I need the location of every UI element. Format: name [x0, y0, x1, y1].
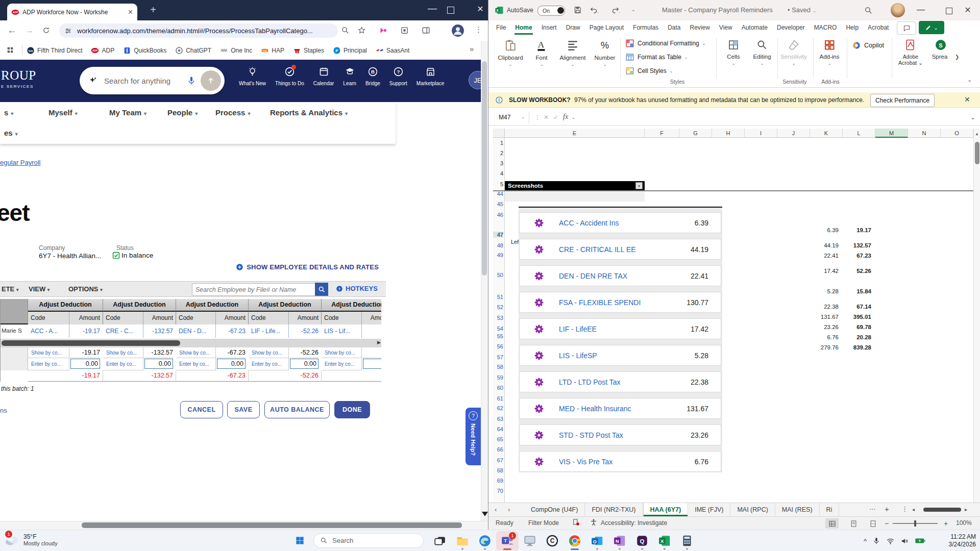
taskbar-app-citrix[interactable]: C	[541, 531, 564, 550]
employee-name-cell[interactable]: Marie S	[2, 328, 28, 334]
row-header-50[interactable]: 50	[493, 272, 503, 278]
ribbon-button-cell-styles[interactable]: Cell Styles⌄	[625, 66, 673, 76]
wifi-icon[interactable]	[886, 537, 895, 545]
row-header-67[interactable]: 67	[493, 457, 503, 463]
column-header-H[interactable]: H	[712, 129, 745, 138]
column-group-header[interactable]: Adjust Deduction	[28, 299, 103, 312]
column-header-L[interactable]: L	[843, 129, 875, 138]
excel-minimize-button[interactable]: —	[913, 5, 928, 14]
banner-close-icon[interactable]: ✕	[964, 95, 970, 104]
taskbar-app-onenote[interactable]: N	[608, 531, 631, 550]
adp-search-bar[interactable]: Search for anything	[80, 67, 225, 94]
side-panel-icon[interactable]	[422, 26, 430, 35]
bookmark-item[interactable]: PPrincipal	[333, 46, 367, 55]
row-header-64[interactable]: 64	[493, 426, 503, 432]
ribbon-tab-page-layout[interactable]: Page Layout	[585, 20, 628, 35]
taskbar-app-outlook[interactable]: O	[586, 531, 608, 550]
ribbon-group-sensitivity[interactable]: Sensitivity⌄	[779, 35, 808, 80]
quick-link-bridge[interactable]: BBridge	[365, 66, 380, 86]
show-by-code-link[interactable]: Show by co...	[28, 347, 69, 358]
deduction-code-cell[interactable]: LIF - Life...	[249, 324, 289, 338]
apps-grid-icon[interactable]	[6, 46, 14, 54]
code-column-header[interactable]: Code	[103, 312, 143, 324]
undo-icon[interactable]: ⌄	[590, 6, 598, 14]
cancel-button[interactable]: CANCEL	[180, 401, 223, 418]
scroll-down-arrow-icon[interactable]	[482, 512, 488, 516]
zoom-out-icon[interactable]: −	[885, 519, 889, 528]
excel-search-icon[interactable]	[864, 6, 873, 15]
taskbar-app-folder[interactable]	[451, 531, 474, 550]
view-menu[interactable]: VIEW ▾	[29, 285, 50, 293]
zoom-in-icon[interactable]: +	[944, 519, 948, 528]
window-maximize-button[interactable]	[447, 7, 454, 14]
amount-column-header[interactable]: Amount	[143, 312, 176, 324]
scrollbar-thumb[interactable]	[82, 522, 462, 528]
row-header-44[interactable]: 44	[493, 191, 503, 197]
new-sheet-button[interactable]: +	[885, 505, 889, 513]
save-icon[interactable]	[573, 6, 582, 14]
reload-button[interactable]	[42, 26, 51, 35]
site-settings-icon[interactable]	[64, 27, 72, 35]
quick-link-support[interactable]: ?Support	[389, 66, 407, 86]
nav-item-reports-analytics[interactable]: Reports & Analytics▾	[270, 108, 348, 117]
amount-column-header[interactable]: Amount	[69, 312, 103, 324]
cancel-entry-icon[interactable]: ✕	[544, 114, 549, 121]
row-header-65[interactable]: 65	[493, 436, 503, 442]
employee-search-input[interactable]	[192, 283, 320, 296]
taskbar-clock[interactable]: 11:22 AM 3/24/2026	[943, 533, 976, 548]
ribbon-tab-help[interactable]: Help	[841, 20, 863, 35]
options-menu[interactable]: OPTIONS ▾	[68, 285, 103, 293]
column-group-header[interactable]: Adjust Deduction	[103, 299, 176, 312]
grid-vertical-scrollbar[interactable]	[973, 129, 980, 503]
column-header-M[interactable]: M	[875, 129, 908, 138]
need-help-tab[interactable]: ? Need Help?	[465, 408, 481, 465]
taskbar-app-qapp[interactable]: Q	[631, 531, 653, 550]
nav-item-myself[interactable]: Myself▾	[48, 108, 78, 117]
breadcrumb-link-regular-payroll[interactable]: egular Payroll	[0, 159, 41, 166]
row-header-58[interactable]: 58	[493, 364, 503, 370]
employee-search-button[interactable]	[315, 283, 328, 296]
scrollbar-thumb[interactable]	[482, 61, 487, 276]
taskbar-app-monitor[interactable]	[519, 531, 541, 550]
row-header-54[interactable]: 54	[493, 325, 503, 332]
ribbon-tab-macro[interactable]: MACRO	[810, 20, 842, 35]
ribbon-tab-view[interactable]: View	[715, 20, 737, 35]
column-header-O[interactable]: O	[941, 129, 973, 138]
row-header-62[interactable]: 62	[493, 405, 503, 411]
deduction-amount-cell[interactable]: -52.26	[289, 324, 318, 338]
auto-balance-button[interactable]: AUTO BALANCE	[264, 401, 330, 418]
bookmark-item[interactable]: SaasAnt	[376, 46, 409, 55]
formula-expand-icon[interactable]: ⌄	[970, 114, 975, 121]
row-header-70[interactable]: 70	[493, 488, 503, 494]
ribbon-tab-file[interactable]: File	[492, 20, 510, 35]
zoom-slider-knob[interactable]	[914, 520, 916, 527]
zoom-level[interactable]: 100%	[956, 519, 972, 527]
bookmark-item[interactable]: QuickBooks	[123, 46, 166, 55]
row-header-51[interactable]: 51	[493, 294, 503, 300]
row-header-69[interactable]: 69	[493, 478, 503, 484]
code-column-header[interactable]: Code	[28, 312, 69, 324]
forward-button[interactable]: →	[24, 25, 34, 36]
row-header-52[interactable]: 52	[493, 304, 503, 310]
row-header-2[interactable]: 2	[493, 150, 503, 156]
code-column-header[interactable]: Code	[249, 312, 289, 324]
quick-link-things-to-do[interactable]: Things to Do	[275, 66, 304, 86]
excel-user-avatar[interactable]	[891, 3, 905, 17]
filter-dropdown-button[interactable]: ▾	[635, 182, 643, 189]
taskbar-app-edge[interactable]	[474, 531, 496, 550]
ribbon-tab-automate[interactable]: Automate	[737, 20, 772, 35]
deduction-code-cell[interactable]: DEN - D...	[176, 324, 216, 338]
ribbon-group-add-ins[interactable]: Add-ins⌄	[815, 35, 844, 80]
comments-button[interactable]	[897, 21, 916, 35]
taskbar-app-chrome[interactable]	[564, 531, 586, 550]
bookmarks-overflow-icon[interactable]: »	[470, 44, 474, 53]
sheet-menu-icon[interactable]: ⋮	[901, 505, 908, 513]
amount-input[interactable]: 0.00	[70, 359, 100, 369]
column-group-header[interactable]: Adjust Deduction	[176, 299, 249, 312]
extensions-icon[interactable]	[400, 26, 409, 35]
sheet-tab-mai-rpc-[interactable]: MAI (RPC)	[730, 503, 775, 516]
code-column-header[interactable]: Code	[176, 312, 216, 324]
excel-close-button[interactable]: ✕	[960, 5, 975, 15]
show-by-code-link[interactable]: Show by co...	[249, 347, 289, 358]
grid-scrollbar-thumb[interactable]	[975, 142, 979, 164]
